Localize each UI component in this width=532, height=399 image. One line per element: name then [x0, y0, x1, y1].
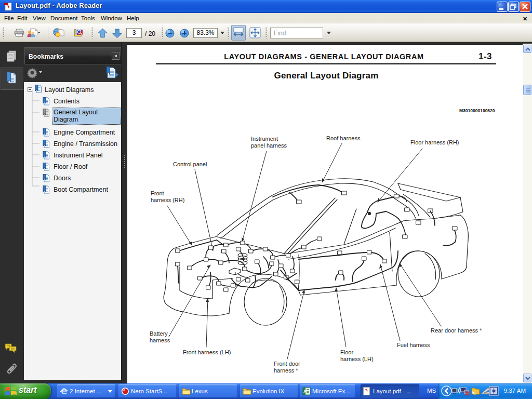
svg-text:X: X: [303, 389, 307, 394]
